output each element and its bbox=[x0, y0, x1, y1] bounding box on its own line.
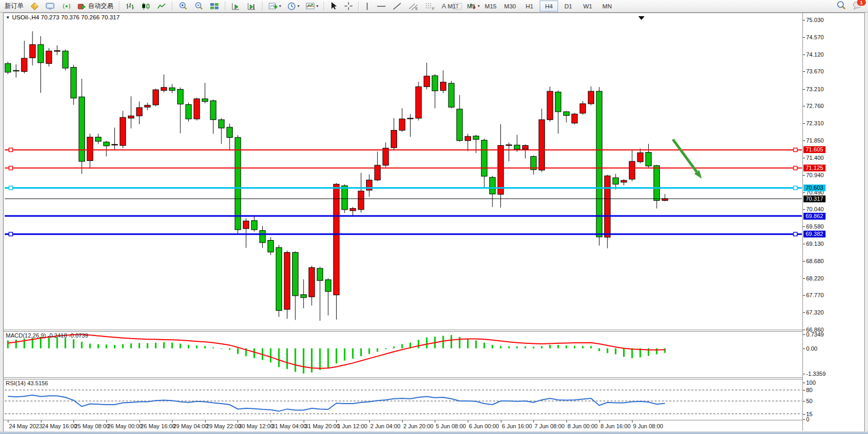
chat-icon[interactable]: 1 bbox=[852, 1, 863, 12]
hline-handle[interactable] bbox=[794, 148, 797, 151]
macd-bar bbox=[105, 344, 107, 348]
zoom-in-icon[interactable] bbox=[176, 1, 190, 12]
macd-bar bbox=[443, 336, 444, 349]
time-axis-label: 31 May 04:00 bbox=[272, 423, 307, 429]
price-chart bbox=[5, 15, 802, 330]
candle-body bbox=[374, 165, 380, 180]
timeframe-M1[interactable]: M1 bbox=[443, 1, 461, 12]
hline-handle[interactable] bbox=[9, 186, 13, 190]
period-clock-icon[interactable]: ▾ bbox=[285, 1, 302, 12]
time-axis[interactable]: 24 May 202324 May 16:0025 May 08:0026 Ma… bbox=[5, 420, 802, 431]
hline-70.603[interactable] bbox=[5, 186, 802, 190]
time-axis-label: 2 Jun 20:00 bbox=[403, 423, 434, 429]
macd-axis-label: -1.3359 bbox=[806, 371, 826, 377]
timeframe-group: M1M5M15M30H1H4D1W1MN bbox=[442, 1, 617, 12]
trendline-icon[interactable] bbox=[390, 1, 404, 12]
timeframe-MN[interactable]: MN bbox=[598, 1, 616, 12]
chart-title: ▼USOil-,H4 70.273 70.376 70.266 70.317 bbox=[6, 14, 120, 20]
macd-bar bbox=[574, 346, 575, 348]
candle-body bbox=[103, 142, 109, 146]
candle-body bbox=[448, 83, 454, 107]
tile-windows-icon[interactable] bbox=[207, 1, 222, 12]
autotrade-button[interactable]: 自动交易 bbox=[75, 1, 116, 12]
macd-bar bbox=[311, 349, 313, 373]
window-bottom-edge bbox=[0, 431, 868, 434]
hline-icon[interactable] bbox=[374, 1, 389, 12]
price-badge: 69.382 bbox=[803, 231, 826, 237]
fibonacci-icon[interactable]: F bbox=[422, 1, 438, 12]
candle-body bbox=[71, 68, 77, 99]
price-axis[interactable]: 75.03074.57074.12073.67073.21072.76072.3… bbox=[803, 13, 863, 431]
macd-bar bbox=[369, 349, 370, 354]
macd-bar bbox=[344, 349, 346, 361]
candle-body bbox=[424, 76, 430, 86]
candle-body bbox=[457, 109, 463, 140]
timeframe-W1[interactable]: W1 bbox=[578, 1, 597, 12]
macd-bar bbox=[484, 343, 485, 349]
rsi-value: 43.5156 bbox=[27, 380, 48, 386]
timeframe-H1[interactable]: H1 bbox=[520, 1, 539, 12]
cursor-icon[interactable] bbox=[327, 1, 340, 12]
timeframe-D1[interactable]: D1 bbox=[559, 1, 577, 12]
macd-bar bbox=[385, 349, 387, 350]
candle-body bbox=[227, 127, 232, 137]
macd-bar bbox=[212, 348, 214, 349]
timeframe-M30[interactable]: M30 bbox=[501, 1, 519, 12]
candle-body bbox=[514, 145, 520, 149]
candle-body bbox=[646, 153, 651, 166]
macd-bar bbox=[508, 346, 510, 349]
hline-handle[interactable] bbox=[9, 166, 13, 170]
search-icon[interactable] bbox=[837, 1, 846, 12]
macd-bar bbox=[631, 349, 633, 359]
terminal-icon[interactable] bbox=[43, 1, 58, 12]
timeframe-M5[interactable]: M5 bbox=[462, 1, 480, 12]
chart-autoscroll-icon[interactable] bbox=[244, 1, 259, 12]
macd-bar bbox=[582, 346, 584, 348]
hline-handle[interactable] bbox=[794, 166, 797, 170]
line-chart-icon[interactable] bbox=[154, 1, 169, 12]
trend-arrow[interactable] bbox=[673, 139, 702, 179]
candle-body bbox=[153, 90, 158, 105]
rsi-axis-label: 0 bbox=[806, 416, 809, 422]
hline-handle[interactable] bbox=[794, 232, 797, 236]
timeframe-H4[interactable]: H4 bbox=[540, 1, 558, 12]
candle-body bbox=[654, 166, 660, 201]
hline-71.125[interactable] bbox=[5, 166, 802, 170]
macd-bar bbox=[81, 342, 82, 349]
signal-icon[interactable] bbox=[59, 1, 74, 12]
macd-bar bbox=[623, 349, 625, 357]
one-click-toggle-icon[interactable]: ▼ bbox=[6, 15, 10, 20]
chart-shift-marker[interactable] bbox=[638, 16, 645, 20]
toolbar-separator bbox=[358, 2, 359, 11]
zoom-out-icon[interactable] bbox=[191, 1, 206, 12]
hline-69.382[interactable] bbox=[5, 232, 802, 236]
vline-icon[interactable] bbox=[361, 1, 373, 12]
macd-bar bbox=[418, 340, 420, 348]
gold-cube-icon[interactable] bbox=[27, 1, 42, 12]
macd-bar bbox=[147, 343, 148, 349]
macd-bar bbox=[615, 349, 616, 355]
candle-body bbox=[481, 140, 487, 176]
macd-bar bbox=[352, 349, 353, 359]
price-badge: 70.317 bbox=[803, 196, 826, 202]
channel-icon[interactable]: E bbox=[405, 1, 421, 12]
template-icon[interactable]: ▾ bbox=[303, 1, 321, 12]
new-order-button[interactable]: 新订单 bbox=[2, 1, 26, 12]
macd-bar bbox=[656, 349, 658, 355]
macd-bar bbox=[607, 349, 608, 353]
hline-handle[interactable] bbox=[794, 186, 797, 190]
macd-bar bbox=[89, 344, 91, 349]
svg-text:E: E bbox=[415, 7, 418, 10]
candle-chart-icon[interactable] bbox=[138, 1, 153, 12]
candle-body bbox=[358, 191, 364, 210]
hline-handle[interactable] bbox=[9, 148, 13, 151]
hline-handle[interactable] bbox=[9, 232, 13, 236]
crosshair-icon[interactable] bbox=[341, 1, 356, 12]
new-chart-icon[interactable]: ▾ bbox=[266, 1, 284, 12]
candle-body bbox=[399, 119, 405, 131]
timeframe-M15[interactable]: M15 bbox=[481, 1, 500, 12]
candle-body bbox=[432, 75, 438, 91]
bar-chart-icon[interactable] bbox=[123, 1, 137, 12]
chart-shift-icon[interactable] bbox=[229, 1, 243, 12]
macd-signal-value: -0.0739 bbox=[69, 332, 88, 339]
